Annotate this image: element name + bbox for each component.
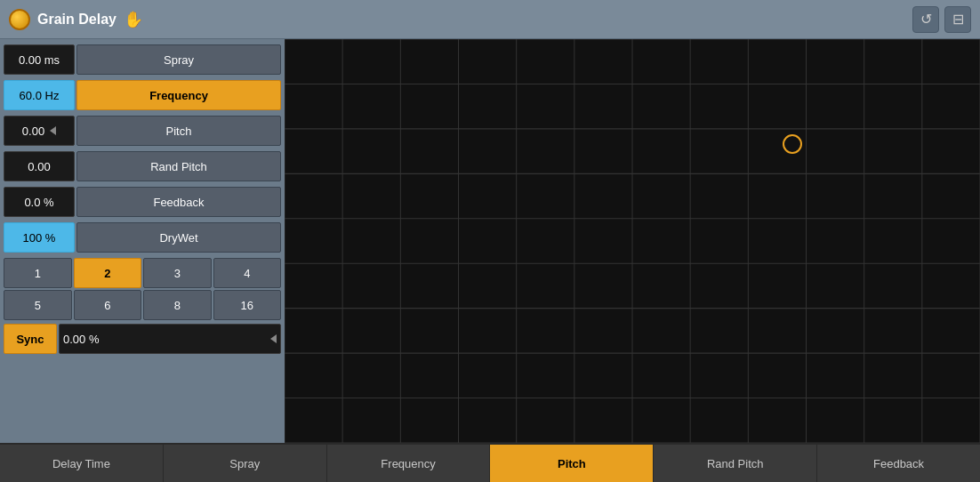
grain-btn-8[interactable]: 8 (143, 290, 212, 320)
hand-icon: ✋ (124, 10, 143, 29)
grain-btn-4[interactable]: 4 (213, 258, 282, 288)
plugin-title: Grain Delay (37, 12, 116, 28)
pitch-button[interactable]: Pitch (76, 116, 281, 146)
grain-btn-16[interactable]: 16 (213, 290, 282, 320)
tab-frequency[interactable]: Frequency (327, 445, 491, 482)
sync-button[interactable]: Sync (4, 324, 57, 354)
tab-feedback[interactable]: Feedback (817, 445, 980, 482)
grid-svg (285, 39, 980, 443)
tab-rand-pitch[interactable]: Rand Pitch (654, 445, 817, 482)
grain-btn-5[interactable]: 5 (4, 290, 72, 320)
main-content: 0.00 ms Spray 60.0 Hz Frequency 0.00 Pit… (0, 39, 980, 443)
grain-btn-2[interactable]: 2 (74, 258, 142, 288)
sync-arrow-icon (270, 334, 277, 343)
feedback-button[interactable]: Feedback (76, 187, 281, 217)
grain-btn-3[interactable]: 3 (143, 258, 212, 288)
title-left: Grain Delay ✋ (9, 9, 143, 30)
power-button[interactable] (9, 9, 30, 30)
delay-time-row: 0.00 ms Spray (4, 43, 281, 76)
drywet-value[interactable]: 100 % (4, 222, 75, 253)
spray-button[interactable]: Spray (76, 44, 281, 75)
position-dot (783, 134, 802, 154)
tab-spray[interactable]: Spray (164, 445, 327, 482)
feedback-row: 0.0 % Feedback (4, 185, 281, 219)
bottom-tabs: Delay TimeSprayFrequencyPitchRand PitchF… (0, 443, 980, 482)
sync-row: Sync 0.00 % (4, 322, 281, 356)
save-button[interactable]: ⊟ (944, 6, 971, 33)
feedback-value[interactable]: 0.0 % (4, 187, 75, 217)
pitch-arrow-icon (50, 126, 56, 135)
reset-icon: ↺ (920, 11, 932, 28)
pitch-value[interactable]: 0.00 (4, 116, 75, 146)
frequency-button[interactable]: Frequency (76, 80, 281, 110)
rand-pitch-row: 0.00 Rand Pitch (4, 149, 281, 183)
rand-pitch-button[interactable]: Rand Pitch (76, 151, 281, 181)
drywet-button[interactable]: DryWet (76, 222, 281, 253)
sync-percent-value[interactable]: 0.00 % (59, 324, 281, 354)
tab-delay-time[interactable]: Delay Time (0, 445, 164, 482)
grain-grid: 123456816 (4, 258, 281, 320)
title-controls: ↺ ⊟ (912, 6, 971, 33)
drywet-row: 100 % DryWet (4, 221, 281, 254)
grid-panel[interactable] (285, 39, 980, 443)
frequency-row: 60.0 Hz Frequency (4, 78, 281, 112)
rand-pitch-value[interactable]: 0.00 (4, 151, 75, 181)
frequency-value[interactable]: 60.0 Hz (4, 80, 75, 110)
plugin-container: Grain Delay ✋ ↺ ⊟ 0.00 ms Spray 60.0 Hz … (0, 0, 980, 482)
reset-button[interactable]: ↺ (912, 6, 939, 33)
pitch-row: 0.00 Pitch (4, 114, 281, 148)
tab-pitch[interactable]: Pitch (490, 445, 654, 482)
grain-btn-1[interactable]: 1 (4, 258, 72, 288)
grain-btn-6[interactable]: 6 (74, 290, 142, 320)
delay-time-value[interactable]: 0.00 ms (4, 44, 75, 75)
left-panel: 0.00 ms Spray 60.0 Hz Frequency 0.00 Pit… (0, 39, 285, 443)
title-bar: Grain Delay ✋ ↺ ⊟ (0, 0, 980, 39)
save-icon: ⊟ (952, 11, 964, 28)
